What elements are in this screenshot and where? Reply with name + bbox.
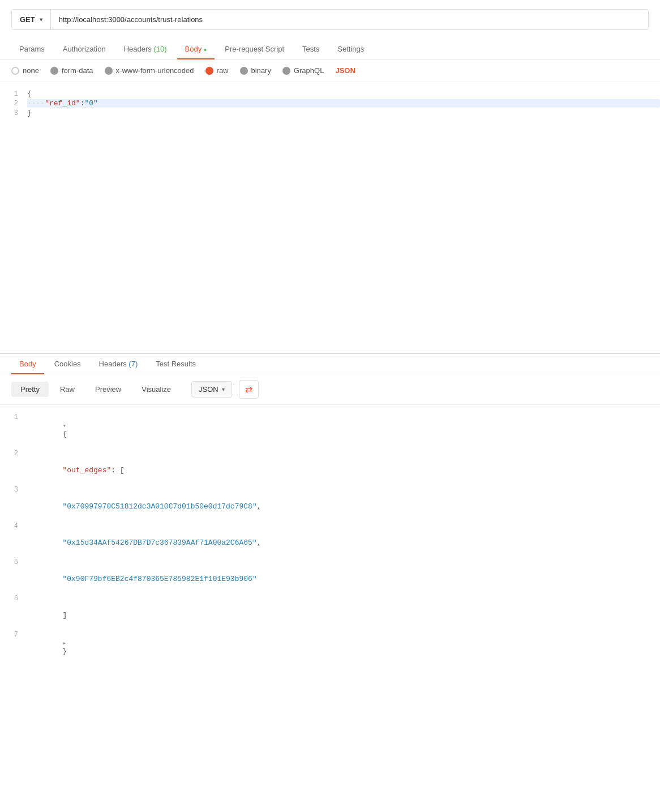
format-chevron-icon: ▾ — [222, 386, 225, 392]
method-selector[interactable]: GET ▾ — [12, 10, 51, 29]
response-section: Body Cookies Headers (7) Test Results Pr… — [0, 354, 660, 672]
radio-binary[interactable]: binary — [240, 66, 271, 75]
radio-form-data[interactable]: form-data — [50, 66, 93, 75]
request-tab-bar: Params Authorization Headers (10) Body ●… — [0, 39, 660, 59]
resp-line-4: 4 "0x15d34AAf54267DB7D7c367839AAf71A00a2… — [0, 520, 660, 557]
expand-icon-7[interactable]: ▸ — [62, 639, 69, 647]
radio-raw-circle — [205, 67, 213, 75]
resp-line-1: 1 ▾ { — [0, 412, 660, 448]
body-type-radio-bar: none form-data x-www-form-urlencoded raw… — [0, 59, 660, 82]
radio-none-circle — [11, 67, 19, 75]
resp-line-5: 5 "0x90F79bf6EB2c4f870365E785982E1f101E9… — [0, 557, 660, 593]
wrap-icon: ⇄ — [245, 384, 252, 395]
resp-line-7: 7 ▸ } — [0, 629, 660, 665]
tab-tests[interactable]: Tests — [294, 39, 327, 59]
url-bar: GET ▾ — [11, 9, 649, 30]
tab-pre-request-script[interactable]: Pre-request Script — [217, 39, 292, 59]
request-body-editor[interactable]: 1 { 2 ····"ref_id":"0" 3 } — [0, 82, 660, 354]
resp-tab-body[interactable]: Body — [11, 354, 44, 374]
radio-urlencoded[interactable]: x-www-form-urlencoded — [105, 66, 194, 75]
resp-line-6: 6 ] — [0, 593, 660, 629]
tab-headers[interactable]: Headers (10) — [116, 39, 175, 59]
radio-form-data-circle — [50, 67, 58, 75]
response-tab-bar: Body Cookies Headers (7) Test Results — [0, 354, 660, 374]
resp-tab-test-results[interactable]: Test Results — [148, 354, 204, 374]
format-select[interactable]: JSON ▾ — [191, 381, 232, 398]
radio-binary-circle — [240, 67, 248, 75]
radio-urlencoded-circle — [105, 67, 113, 75]
radio-none[interactable]: none — [11, 66, 39, 75]
btn-pretty[interactable]: Pretty — [11, 382, 49, 397]
json-format-label[interactable]: JSON — [335, 66, 355, 75]
tab-authorization[interactable]: Authorization — [55, 39, 114, 59]
resp-tab-cookies[interactable]: Cookies — [46, 354, 89, 374]
wrap-button[interactable]: ⇄ — [239, 380, 259, 399]
radio-graphql[interactable]: GraphQL — [282, 66, 324, 75]
radio-graphql-circle — [282, 67, 290, 75]
tab-body[interactable]: Body ● — [177, 39, 215, 59]
radio-raw[interactable]: raw — [205, 66, 229, 75]
method-chevron: ▾ — [40, 16, 42, 23]
pretty-toolbar: Pretty Raw Preview Visualize JSON ▾ ⇄ — [0, 374, 660, 405]
expand-icon-1[interactable]: ▾ — [62, 422, 69, 429]
method-label: GET — [20, 15, 35, 24]
btn-raw[interactable]: Raw — [51, 382, 84, 397]
resp-line-2: 2 "out_edges": [ — [0, 448, 660, 484]
req-line-1: 1 { — [0, 89, 660, 99]
btn-visualize[interactable]: Visualize — [132, 382, 180, 397]
btn-preview[interactable]: Preview — [86, 382, 130, 397]
url-input[interactable] — [51, 10, 648, 29]
req-line-2: 2 ····"ref_id":"0" — [0, 99, 660, 108]
tab-settings[interactable]: Settings — [329, 39, 372, 59]
response-body: 1 ▾ { 2 "out_edges": [ 3 "0x70997970C518… — [0, 405, 660, 672]
req-line-3: 3 } — [0, 108, 660, 118]
tab-params[interactable]: Params — [11, 39, 53, 59]
resp-line-3: 3 "0x70997970C51812dc3A010C7d01b50e0d17d… — [0, 484, 660, 520]
resp-tab-headers[interactable]: Headers (7) — [91, 354, 146, 374]
